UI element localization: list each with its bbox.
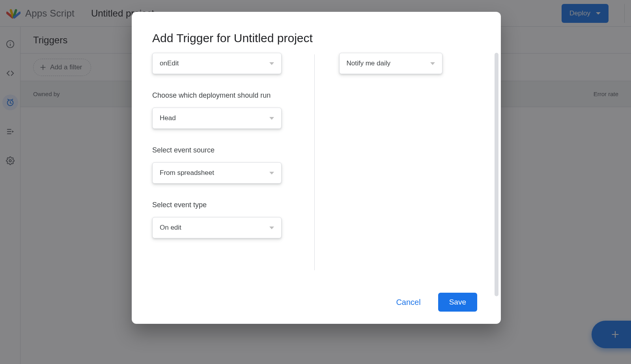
modal-right-column: Notify me daily: [335, 53, 481, 280]
notification-select[interactable]: Notify me daily: [339, 53, 442, 74]
event-source-select-value: From spreadsheet: [160, 169, 214, 177]
event-source-label: Select event source: [152, 146, 294, 154]
function-select-value: onEdit: [160, 59, 179, 67]
modal-title: Add Trigger for Untitled project: [132, 12, 501, 53]
deployment-select-value: Head: [160, 114, 176, 122]
cancel-button[interactable]: Cancel: [396, 298, 420, 307]
column-divider: [314, 54, 315, 270]
modal-footer: Cancel Save: [132, 280, 501, 324]
notification-select-value: Notify me daily: [347, 59, 390, 67]
event-type-label: Select event type: [152, 201, 294, 209]
event-type-select[interactable]: On edit: [152, 217, 282, 238]
chevron-down-icon: [430, 62, 435, 65]
chevron-down-icon: [269, 117, 274, 120]
save-button[interactable]: Save: [438, 293, 477, 312]
event-type-select-value: On edit: [160, 224, 181, 232]
deployment-select[interactable]: Head: [152, 108, 282, 129]
function-select[interactable]: onEdit: [152, 53, 282, 74]
modal-scrollbar[interactable]: [495, 53, 498, 296]
chevron-down-icon: [269, 172, 274, 175]
chevron-down-icon: [269, 62, 274, 65]
add-trigger-modal: Add Trigger for Untitled project onEdit …: [132, 12, 501, 324]
modal-left-column: onEdit Choose which deployment should ru…: [152, 53, 294, 280]
deployment-label: Choose which deployment should run: [152, 91, 294, 100]
chevron-down-icon: [269, 227, 274, 229]
event-source-select[interactable]: From spreadsheet: [152, 162, 282, 184]
scrollbar-thumb[interactable]: [495, 53, 498, 296]
